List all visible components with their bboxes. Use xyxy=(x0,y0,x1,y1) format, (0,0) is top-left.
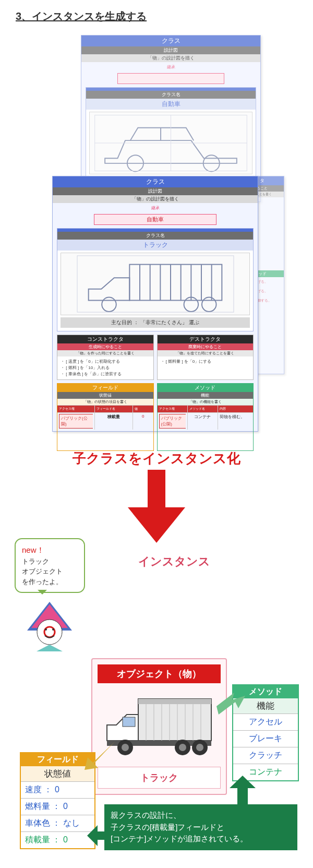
field-row: 燃料量 ： 0 xyxy=(21,798,94,815)
card-hdr: クラス xyxy=(53,176,258,187)
access-chip: パブリック(公開) xyxy=(159,414,186,429)
note-box: 親クラスの設計に、子クラスの[積載量]フィールドと[コンテナ]メソッドが追加され… xyxy=(104,804,297,850)
instance-label: インスタンス xyxy=(138,554,210,569)
car-blueprint xyxy=(89,112,252,174)
inherit-lbl: 継承 xyxy=(53,205,258,211)
method-name: コンテナ xyxy=(188,413,218,430)
svg-point-17 xyxy=(202,298,216,312)
svg-point-42 xyxy=(179,744,186,751)
truck-icon xyxy=(98,688,221,762)
field-row: 積載量 ： 0 xyxy=(21,831,94,848)
arrow-label: 子クラスをインスタンス化 xyxy=(10,449,303,468)
svg-point-25 xyxy=(52,628,54,631)
card-hdr3: 「物」の設計図を描く xyxy=(53,195,258,203)
svg-rect-37 xyxy=(123,717,135,727)
svg-rect-6 xyxy=(129,265,222,301)
card-hdr: クラス xyxy=(81,35,260,46)
method-row: コンテナ xyxy=(233,764,298,780)
field-name: 積載量 xyxy=(95,413,133,430)
class-name: 自動車 xyxy=(86,99,256,110)
field-box: フィールド 状態値 「物」の状態の項目を書く アクセス権 フィールド名 値 パブ… xyxy=(57,383,154,451)
card-hdr2: 設計図 xyxy=(53,187,258,195)
truck-blueprint xyxy=(61,253,250,315)
method-val: 荷物を積む。 xyxy=(218,413,253,430)
instance-area: オブジェクト（物） トラック xyxy=(10,658,303,868)
field-method-row: フィールド 状態値 「物」の状態の項目を書く アクセス権 フィールド名 値 パブ… xyxy=(57,383,254,451)
th: アクセス権 xyxy=(57,406,95,412)
speech-l2: オブジェクト xyxy=(22,567,63,575)
th: アクセス権 xyxy=(158,406,188,412)
field-h3: 「物」の状態の項目を書く xyxy=(57,399,153,405)
svg-rect-28 xyxy=(138,699,211,704)
mascot-icon xyxy=(26,602,73,651)
method-row: ブレーキ xyxy=(233,730,298,747)
dtor-s: 廃棄時にやること xyxy=(158,343,254,350)
list-item: [ 燃料 ] を「10」入れる xyxy=(61,365,150,371)
th: メソッド名 xyxy=(188,406,218,412)
destructor-box: デストラクタ 廃棄時にやること 「物」を捨てた時にすることを書く [ 燃料量 ]… xyxy=(157,335,254,380)
method-row: アクセル xyxy=(233,714,298,730)
constructor-box: コンストラクタ 生成時にやること 「物」を作った時にすることを書く [ 速度 ]… xyxy=(57,335,154,380)
field-row: 速度 ： 0 xyxy=(21,781,94,798)
svg-marker-19 xyxy=(128,470,185,543)
access-chip: パブリック(公開) xyxy=(59,414,93,429)
method-h3: 「物」の機能を書く xyxy=(158,399,254,405)
speech-l3: を作ったよ。 xyxy=(22,578,63,586)
svg-point-44 xyxy=(196,744,203,751)
ctor-list: [ 速度 ] を「0」に初期化する[ 燃料 ] を「10」入れる[ 車体色 ] … xyxy=(57,356,153,379)
list-item: [ 速度 ] を「0」に初期化する xyxy=(61,359,150,365)
speech-new: new！ xyxy=(22,545,44,554)
th: フィールド名 xyxy=(95,406,133,412)
arrow-section: 子クラスをインスタンス化 xyxy=(10,449,303,538)
object-hdr: オブジェクト（物） xyxy=(98,664,221,683)
card-hdr3: 「物」の設計図を描く xyxy=(81,54,260,62)
dtor-ss: 「物」を捨てた時にすることを書く xyxy=(158,350,254,356)
method-h: メソッド xyxy=(158,384,254,392)
class-stack: クラス 設計図 「物」の設計図を描く 継承 クラス名 自動車 xyxy=(31,35,282,437)
dtor-h: デストラクタ xyxy=(158,335,254,343)
dtor-list: [ 燃料量 ] を「0」にする xyxy=(158,356,254,367)
method-card-h: メソッド xyxy=(233,685,298,698)
th: 内容 xyxy=(218,406,253,412)
ctor-h: コンストラクタ xyxy=(57,335,153,343)
class-name: トラック xyxy=(57,240,253,251)
object-name: トラック xyxy=(98,767,221,789)
svg-point-22 xyxy=(37,620,62,645)
object-card: オブジェクト（物） トラック xyxy=(91,658,227,795)
method-row: クラッチ xyxy=(233,747,298,764)
classname-lbl: クラス名 xyxy=(86,91,256,99)
inherit-pill xyxy=(117,73,225,84)
field-val: 0 xyxy=(133,413,153,430)
field-h: フィールド xyxy=(57,384,153,392)
list-item: [ 車体色 ] を「赤」に塗装する xyxy=(61,371,150,377)
class-desc: 主な目的 ： 「非常にたくさん」 運ぶ xyxy=(61,317,250,328)
speech-area: new！ トラック オブジェクト を作ったよ。 インスタンス xyxy=(10,538,303,658)
th: 値 xyxy=(133,406,153,412)
method-card: メソッド 機能 アクセルブレーキクラッチコンテナ xyxy=(232,684,299,781)
child-class-card: クラス 設計図 「物」の設計図を描く 継承 自動車 クラス名 トラック xyxy=(52,176,258,432)
ctor-ss: 「物」を作った時にすることを書く xyxy=(57,350,153,356)
classname-lbl: クラス名 xyxy=(57,232,253,240)
field-card-h2: 状態値 xyxy=(21,766,94,781)
page: 3、インスタンスを生成する クラス 設計図 「物」の設計図を描く 継承 クラス名… xyxy=(0,0,313,868)
field-h2: 状態値 xyxy=(57,392,153,399)
field-card: フィールド 状態値 速度 ： 0燃料量 ： 0車体色 ： なし積載量 ： 0 xyxy=(20,752,95,849)
section-title: 3、インスタンスを生成する xyxy=(16,9,303,23)
speech-bubble: new！ トラック オブジェクト を作ったよ。 xyxy=(15,538,85,593)
method-card-h2: 機能 xyxy=(233,698,298,714)
svg-marker-26 xyxy=(37,645,63,651)
down-arrow-icon xyxy=(128,470,185,543)
class-box: クラス名 自動車 xyxy=(86,87,256,191)
svg-rect-27 xyxy=(138,699,211,741)
method-h2: 機能 xyxy=(158,392,254,399)
inherit-lbl: 継承 xyxy=(81,64,260,70)
svg-point-15 xyxy=(102,298,116,312)
field-row: 車体色 ： なし xyxy=(21,815,94,831)
speech-l1: トラック xyxy=(22,557,49,565)
svg-point-40 xyxy=(122,744,129,751)
ctor-s: 生成時にやること xyxy=(57,343,153,350)
card-hdr2: 設計図 xyxy=(81,46,260,54)
field-card-h: フィールド xyxy=(21,753,94,766)
list-item: [ 燃料量 ] を「0」にする xyxy=(161,359,250,365)
ctor-dtor-row: コンストラクタ 生成時にやること 「物」を作った時にすることを書く [ 速度 ]… xyxy=(57,335,254,380)
